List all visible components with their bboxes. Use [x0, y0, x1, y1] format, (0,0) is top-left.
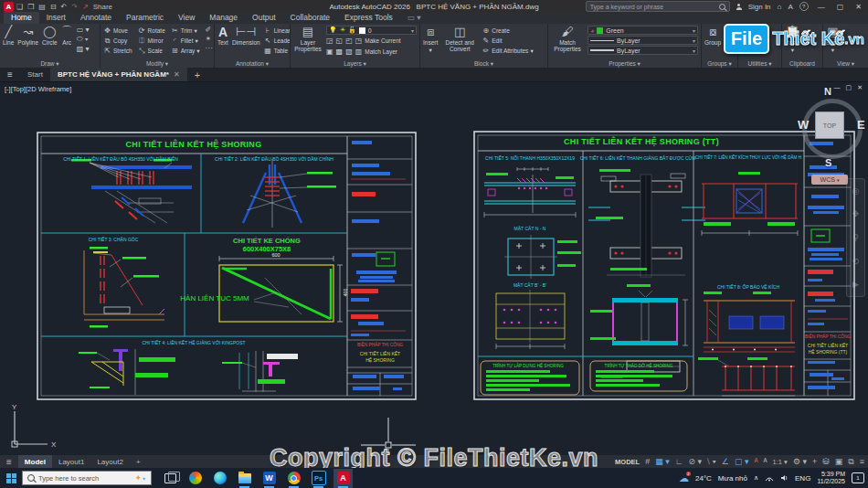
- panel-label-layers[interactable]: Layers ▾: [291, 59, 419, 68]
- lineweight-dropdown[interactable]: ByLayer ▾: [587, 46, 698, 55]
- graphics-performance-icon[interactable]: ▣: [835, 457, 843, 466]
- object-snap-icon[interactable]: ▢ ▾: [735, 457, 749, 466]
- help-icon[interactable]: ?: [799, 2, 809, 11]
- panel-label-view[interactable]: View ▾: [823, 59, 868, 68]
- array-button[interactable]: ⊞Array ▾: [171, 46, 200, 56]
- layout1-tab[interactable]: Layout1: [52, 455, 90, 468]
- make-current-button[interactable]: Make Current: [365, 37, 400, 44]
- photoshop-button[interactable]: Ps: [311, 471, 326, 486]
- tab-view[interactable]: View: [171, 12, 202, 24]
- dimension-button[interactable]: ⊢⊣Dimension: [232, 26, 260, 59]
- redo-icon[interactable]: ↷: [71, 3, 78, 11]
- fillet-button[interactable]: ◜Fillet ▾: [171, 36, 200, 46]
- explode-icon[interactable]: ✶: [206, 35, 213, 43]
- linetype-dropdown[interactable]: ByLayer ▾: [587, 36, 698, 45]
- tab-manage[interactable]: Manage: [202, 12, 245, 24]
- start-button[interactable]: [0, 468, 22, 488]
- panel-label-clipboard[interactable]: Clipboard: [782, 59, 822, 68]
- tab-express-tools[interactable]: Express Tools: [337, 12, 400, 24]
- layer-properties-button[interactable]: ▤Layer Properties: [293, 26, 323, 59]
- block-create-button[interactable]: ⊕Create: [482, 26, 533, 36]
- close-tab-icon[interactable]: ✕: [174, 70, 180, 79]
- tab-insert[interactable]: Insert: [39, 12, 73, 24]
- stretch-button[interactable]: ⇱Stretch: [103, 46, 132, 56]
- mirror-button[interactable]: ⎅Mirror: [138, 36, 165, 46]
- weather-temp[interactable]: 24°C: [695, 474, 712, 483]
- drawing-area[interactable]: [-][Top][2D Wireframe] — ▢ ✕: [0, 82, 868, 455]
- ribbon-options-button[interactable]: ▭ ▾: [400, 12, 429, 24]
- zoom-extents-icon[interactable]: ⚲: [852, 233, 859, 242]
- annotation-scale-dropdown[interactable]: 1:1 ▾: [773, 458, 788, 466]
- snap-mode-icon[interactable]: ▦ ▾: [655, 457, 670, 466]
- rotate-button[interactable]: ⟳Rotate: [138, 26, 165, 36]
- panel-label-modify[interactable]: Modify ▾: [101, 59, 214, 68]
- color-dropdown[interactable]: ◕ Green ▾: [587, 26, 698, 35]
- object-snap-tracking-icon[interactable]: ∠: [722, 457, 729, 466]
- autodesk-account-icon[interactable]: A: [788, 3, 792, 11]
- clean-screen-icon[interactable]: ⧉: [848, 457, 853, 467]
- copy-button[interactable]: ⧉Copy: [103, 36, 132, 46]
- customize-icon[interactable]: ≡: [860, 457, 864, 466]
- polyline-button[interactable]: ↝Polyline: [17, 26, 38, 59]
- panel-label-annotation[interactable]: Annotation ▾: [215, 59, 290, 68]
- chrome-button[interactable]: [286, 471, 302, 486]
- edge-button[interactable]: [212, 471, 228, 486]
- wcs-dropdown[interactable]: WCS▾: [811, 175, 848, 185]
- polar-tracking-icon[interactable]: ⊘ ▾: [689, 457, 703, 466]
- pan-icon[interactable]: ✥: [852, 209, 860, 218]
- panel-label-properties[interactable]: Properties ▾: [548, 59, 701, 68]
- panel-label-utilities[interactable]: Utilities ▾: [738, 59, 781, 68]
- weather-icon[interactable]: ☁2: [679, 472, 689, 484]
- detect-convert-button[interactable]: ◫Detect and Convert: [441, 26, 478, 59]
- scale-button[interactable]: ⤡Scale: [138, 46, 165, 56]
- language-indicator[interactable]: ENG: [795, 474, 810, 483]
- viewcube-south[interactable]: S: [825, 157, 831, 168]
- grid-icon[interactable]: #: [645, 457, 650, 466]
- tray-expand-icon[interactable]: ∧: [754, 474, 758, 482]
- weather-text[interactable]: Mưa nhỏ: [718, 474, 747, 483]
- viewport-controls[interactable]: [-][Top][2D Wireframe]: [5, 85, 71, 93]
- close-button[interactable]: ✕: [852, 3, 864, 11]
- viewport-restore-icon[interactable]: ▢: [846, 84, 852, 91]
- tab-annotate[interactable]: Annotate: [73, 12, 119, 24]
- autocad-taskbar-button[interactable]: A: [335, 471, 351, 486]
- tab-current-drawing[interactable]: BPTC HỆ VĂNG + PHẦN NGẦM* ✕: [50, 68, 187, 81]
- app-store-icon[interactable]: ⌂: [778, 3, 782, 11]
- help-search-input[interactable]: Type a keyword or phrase: [586, 1, 730, 12]
- copilot-button[interactable]: [187, 471, 203, 486]
- edit-attributes-button[interactable]: ✏Edit Attributes ▾: [482, 46, 533, 56]
- viewport-close-icon[interactable]: ✕: [857, 84, 863, 91]
- text-button[interactable]: AText: [217, 26, 228, 59]
- layer-tool-icon-2[interactable]: ◱: [336, 37, 344, 45]
- layer-tool-icon-6[interactable]: ▩: [336, 48, 344, 56]
- more-modify-icon[interactable]: ⋯: [206, 44, 213, 52]
- tab-collaborate[interactable]: Collaborate: [283, 12, 337, 24]
- viewcube-top-face[interactable]: TOP: [815, 111, 844, 139]
- navigation-bar[interactable]: ◎ ✥ ⚲ ⟲ ▶: [846, 178, 865, 297]
- workspace-gear-icon[interactable]: ⚙ ▾: [793, 457, 807, 466]
- layout-menu-icon[interactable]: ≡: [0, 455, 18, 468]
- hatch-icon[interactable]: ▨ ▾: [77, 45, 90, 53]
- word-button[interactable]: W: [261, 471, 277, 486]
- speaker-icon[interactable]: [780, 474, 789, 482]
- ortho-icon[interactable]: ∟: [675, 457, 683, 466]
- viewcube[interactable]: N W E S TOP WCS▾: [797, 84, 866, 185]
- layer-tool-icon-4[interactable]: ◳: [355, 37, 363, 45]
- tab-parametric[interactable]: Parametric: [119, 12, 171, 24]
- new-layout-button[interactable]: +: [130, 455, 147, 468]
- isodraft-icon[interactable]: ⧵ ▾: [707, 457, 716, 467]
- insert-button[interactable]: ⧈Insert ▾: [423, 26, 438, 59]
- showmotion-icon[interactable]: ▶: [852, 280, 859, 289]
- viewcube-east[interactable]: E: [857, 118, 865, 132]
- new-icon[interactable]: ❏: [16, 3, 23, 11]
- viewcube-north[interactable]: N: [824, 86, 831, 97]
- panel-label-block[interactable]: Block ▾: [420, 59, 547, 68]
- open-icon[interactable]: ❒: [27, 3, 34, 11]
- linear-button[interactable]: ⊦Linear ▾: [264, 26, 290, 36]
- full-navigation-wheel-icon[interactable]: ◎: [852, 186, 860, 196]
- viewcube-west[interactable]: W: [798, 118, 809, 132]
- restore-button[interactable]: ▢: [834, 3, 847, 11]
- match-properties-button[interactable]: 🖌Match Properties: [551, 26, 584, 59]
- layer-tool-icon-5[interactable]: ▣: [326, 48, 333, 56]
- task-view-button[interactable]: [163, 471, 178, 486]
